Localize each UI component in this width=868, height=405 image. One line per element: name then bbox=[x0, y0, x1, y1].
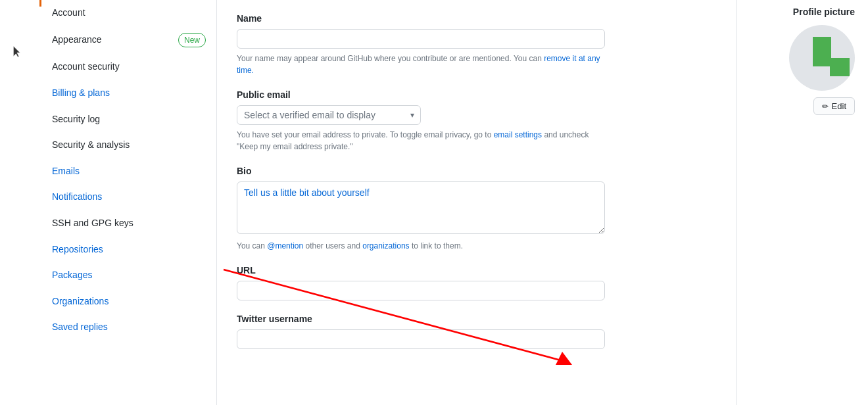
bio-hint: You can @mention other users and organiz… bbox=[237, 240, 605, 252]
twitter-label: Twitter username bbox=[237, 314, 717, 324]
sidebar-item-label: Security log bbox=[52, 113, 100, 126]
name-section: Name Your name may appear around GitHub … bbox=[237, 13, 717, 76]
sidebar-item-label: Organizations bbox=[52, 295, 108, 308]
new-badge: New bbox=[178, 33, 206, 48]
avatar bbox=[789, 25, 855, 91]
pencil-icon: ✏ bbox=[822, 102, 829, 111]
svg-marker-1 bbox=[556, 352, 572, 365]
sidebar-item-emails[interactable]: Emails bbox=[39, 158, 216, 185]
sidebar-item-organizations[interactable]: Organizations bbox=[39, 289, 216, 315]
mouse-cursor bbox=[13, 46, 21, 58]
bio-label: Bio bbox=[237, 166, 717, 176]
bio-section: Bio You can @mention other users and org… bbox=[237, 166, 717, 252]
profile-panel: Profile picture ✏ Edit bbox=[736, 0, 868, 405]
email-settings-link[interactable]: email settings bbox=[494, 130, 542, 139]
twitter-input[interactable] bbox=[237, 329, 605, 349]
name-hint: Your name may appear around GitHub where… bbox=[237, 53, 605, 76]
sidebar-item-label: Packages bbox=[52, 269, 92, 282]
sidebar-item-repositories[interactable]: Repositories bbox=[39, 237, 216, 263]
cursor-area bbox=[0, 0, 39, 405]
email-hint: You have set your email address to priva… bbox=[237, 129, 605, 153]
sidebar-item-label: Saved replies bbox=[52, 321, 108, 334]
public-email-label: Public email bbox=[237, 89, 717, 100]
name-label: Name bbox=[237, 13, 717, 24]
sidebar-item-label: Billing & plans bbox=[52, 87, 110, 100]
email-select[interactable]: Select a verified email to display bbox=[237, 105, 421, 125]
sidebar-item-notifications[interactable]: Notifications bbox=[39, 184, 216, 210]
sidebar-item-label: Repositories bbox=[52, 243, 103, 256]
sidebar-item-saved-replies[interactable]: Saved replies bbox=[39, 314, 216, 341]
sidebar-item-packages[interactable]: Packages bbox=[39, 262, 216, 289]
edit-label: Edit bbox=[832, 101, 846, 111]
avatar-decoration-1 bbox=[813, 37, 831, 66]
sidebar-item-account[interactable]: Account bbox=[39, 0, 216, 26]
sidebar-item-label: Account bbox=[52, 7, 85, 20]
public-email-section: Public email Select a verified email to … bbox=[237, 89, 717, 153]
avatar-shape bbox=[789, 25, 855, 91]
sidebar-item-label: Appearance bbox=[52, 34, 102, 47]
sidebar-item-label: SSH and GPG keys bbox=[52, 217, 133, 230]
main-content: Name Your name may appear around GitHub … bbox=[217, 0, 736, 405]
name-input[interactable] bbox=[237, 29, 605, 49]
sidebar-item-billing[interactable]: Billing & plans bbox=[39, 80, 216, 107]
email-select-wrapper: Select a verified email to display ▾ bbox=[237, 105, 421, 125]
avatar-wrapper: ✏ Edit bbox=[750, 25, 855, 115]
sidebar-item-label: Emails bbox=[52, 165, 80, 178]
profile-picture-title: Profile picture bbox=[750, 7, 855, 17]
sidebar: Account Appearance New Account security … bbox=[39, 0, 217, 405]
sidebar-item-label: Account security bbox=[52, 60, 120, 74]
url-label: URL bbox=[237, 265, 717, 275]
sidebar-item-label: Security & analysis bbox=[52, 139, 130, 152]
bio-org-link[interactable]: organizations bbox=[362, 241, 409, 250]
bio-mention-link[interactable]: @mention bbox=[267, 241, 303, 250]
bio-textarea[interactable] bbox=[237, 181, 605, 234]
sidebar-item-account-security[interactable]: Account security bbox=[39, 54, 216, 80]
edit-profile-picture-button[interactable]: ✏ Edit bbox=[813, 97, 855, 115]
sidebar-item-security-log[interactable]: Security log bbox=[39, 107, 216, 133]
sidebar-item-ssh-gpg[interactable]: SSH and GPG keys bbox=[39, 210, 216, 237]
sidebar-item-label: Notifications bbox=[52, 191, 102, 204]
twitter-section: Twitter username bbox=[237, 314, 717, 349]
url-section: URL bbox=[237, 265, 717, 300]
sidebar-item-security-analysis[interactable]: Security & analysis bbox=[39, 132, 216, 158]
url-input[interactable] bbox=[237, 281, 605, 300]
avatar-decoration-2 bbox=[830, 58, 850, 76]
sidebar-item-appearance[interactable]: Appearance New bbox=[39, 26, 216, 55]
